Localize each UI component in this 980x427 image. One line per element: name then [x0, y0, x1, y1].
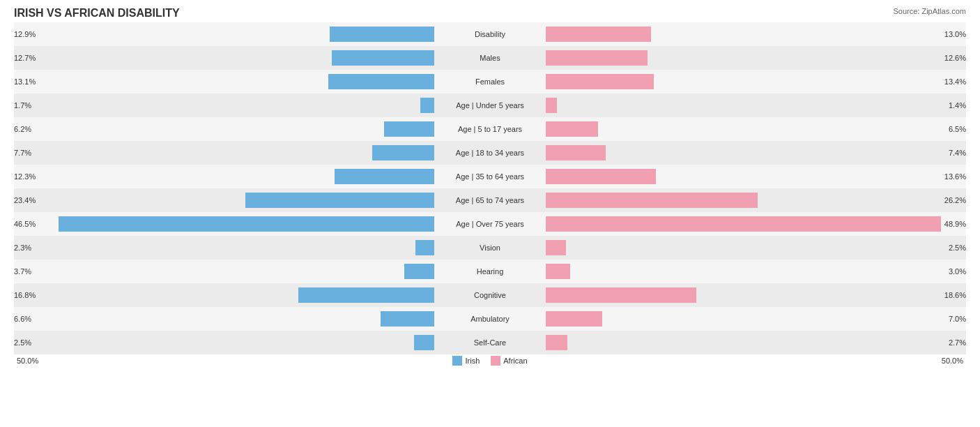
left-section: 3.7% — [14, 260, 434, 283]
right-section: 6.5% — [546, 117, 966, 141]
right-section: 7.4% — [546, 141, 966, 165]
chart-row: 23.4% Age | 65 to 74 years 26.2% — [14, 188, 966, 212]
row-label: Males — [434, 54, 546, 62]
left-section: 12.9% — [14, 22, 434, 46]
right-section: 13.0% — [546, 22, 966, 46]
chart-row: 2.3% Vision 2.5% — [14, 236, 966, 260]
bar-right — [546, 335, 567, 350]
legend: Irish African — [452, 356, 527, 366]
bar-right — [546, 121, 598, 137]
chart-row: 46.5% Age | Over 75 years 48.9% — [14, 212, 966, 236]
bar-right — [546, 193, 758, 208]
legend-irish-label: Irish — [465, 357, 480, 365]
row-label: Age | 65 to 74 years — [434, 196, 546, 204]
chart-row: 13.1% Females 13.4% — [14, 70, 966, 93]
right-value: 13.4% — [944, 77, 966, 86]
left-value: 12.7% — [14, 54, 36, 62]
bar-left — [420, 98, 434, 113]
right-section: 7.0% — [546, 307, 966, 331]
right-section: 18.6% — [546, 283, 966, 307]
left-section: 16.8% — [14, 283, 434, 307]
left-section: 13.1% — [14, 70, 434, 93]
right-section: 13.6% — [546, 165, 966, 188]
chart-row: 2.5% Self-Care 2.7% — [14, 331, 966, 354]
chart-container: IRISH VS AFRICAN DISABILITY Source: ZipA… — [0, 0, 980, 427]
legend-irish-box — [452, 356, 462, 366]
right-value: 3.0% — [949, 267, 966, 276]
right-section: 1.4% — [546, 93, 966, 117]
chart-row: 6.6% Ambulatory 7.0% — [14, 307, 966, 331]
footer-right-val: 50.0% — [942, 357, 963, 365]
source-text: Source: ZipAtlas.com — [893, 7, 966, 15]
footer: 50.0% Irish African 50.0% — [14, 356, 966, 366]
row-label: Age | Under 5 years — [434, 101, 546, 110]
left-section: 2.5% — [14, 331, 434, 354]
row-label: Ambulatory — [434, 315, 546, 323]
left-value: 6.2% — [14, 125, 31, 133]
chart-row: 12.7% Males 12.6% — [14, 46, 966, 70]
bar-left — [415, 240, 434, 255]
bar-right — [546, 216, 941, 232]
chart-row: 6.2% Age | 5 to 17 years 6.5% — [14, 117, 966, 141]
row-label: Females — [434, 77, 546, 86]
row-label: Cognitive — [434, 291, 546, 299]
bar-right — [546, 240, 566, 255]
row-label: Vision — [434, 244, 546, 252]
bar-right — [546, 145, 606, 160]
left-value: 2.3% — [14, 244, 31, 252]
left-section: 1.7% — [14, 93, 434, 117]
right-value: 13.6% — [944, 172, 966, 181]
bar-right — [546, 74, 654, 89]
right-value: 18.6% — [944, 291, 966, 299]
bar-left — [404, 264, 434, 279]
bar-left — [332, 50, 434, 66]
left-value: 46.5% — [14, 220, 36, 228]
legend-african-label: African — [503, 357, 527, 365]
bar-right — [546, 264, 570, 279]
right-value: 6.5% — [949, 125, 966, 133]
right-value: 2.5% — [949, 244, 966, 252]
bar-right — [546, 27, 651, 42]
bar-left — [330, 27, 434, 42]
right-value: 26.2% — [944, 196, 966, 204]
left-value: 12.3% — [14, 172, 36, 181]
left-section: 12.7% — [14, 46, 434, 70]
bar-left — [384, 121, 434, 137]
left-value: 3.7% — [14, 267, 31, 276]
left-section: 12.3% — [14, 165, 434, 188]
chart-row: 12.3% Age | 35 to 64 years 13.6% — [14, 165, 966, 188]
left-value: 1.7% — [14, 101, 31, 110]
bar-left — [335, 169, 434, 184]
right-section: 12.6% — [546, 46, 966, 70]
left-section: 2.3% — [14, 236, 434, 260]
right-section: 3.0% — [546, 260, 966, 283]
bar-right — [546, 98, 557, 113]
chart-row: 7.7% Age | 18 to 34 years 7.4% — [14, 141, 966, 165]
right-value: 2.7% — [949, 338, 966, 347]
right-value: 7.4% — [949, 149, 966, 157]
right-section: 2.5% — [546, 236, 966, 260]
right-value: 7.0% — [949, 315, 966, 323]
left-section: 6.2% — [14, 117, 434, 141]
chart-title: IRISH VS AFRICAN DISABILITY — [14, 7, 966, 20]
chart-row: 1.7% Age | Under 5 years 1.4% — [14, 93, 966, 117]
chart-row: 12.9% Disability 13.0% — [14, 22, 966, 46]
right-section: 48.9% — [546, 212, 966, 236]
left-value: 6.6% — [14, 315, 31, 323]
bar-right — [546, 50, 648, 66]
chart-row: 3.7% Hearing 3.0% — [14, 260, 966, 283]
left-value: 12.9% — [14, 30, 36, 38]
left-value: 23.4% — [14, 196, 36, 204]
left-section: 7.7% — [14, 141, 434, 165]
bar-left — [372, 145, 434, 160]
bar-left — [298, 287, 434, 303]
row-label: Hearing — [434, 267, 546, 276]
row-label: Self-Care — [434, 338, 546, 347]
row-label: Age | 18 to 34 years — [434, 149, 546, 157]
legend-african-box — [491, 356, 500, 366]
bar-right — [546, 287, 696, 303]
left-value: 16.8% — [14, 291, 36, 299]
bar-left — [414, 335, 434, 350]
row-label: Age | Over 75 years — [434, 220, 546, 228]
bar-right — [546, 311, 602, 327]
